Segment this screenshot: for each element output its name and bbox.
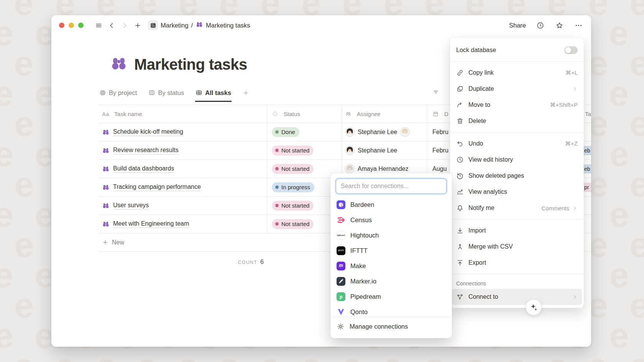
breadcrumb-parent[interactable]: Marketing: [161, 22, 188, 29]
menu-item-lock-database[interactable]: Lock database: [450, 42, 584, 58]
menu-item-connect-to[interactable]: Connect to: [452, 289, 582, 305]
status-label: Not started: [281, 221, 309, 227]
menu-item-undo[interactable]: Undo⌘+Z: [450, 136, 584, 152]
board-icon: [148, 89, 155, 96]
connections-list: BardeenCensushightouchHightouchIFTTTIFTT…: [330, 197, 452, 316]
status-pill[interactable]: In progress: [272, 182, 314, 192]
binoculars-icon: [102, 128, 110, 136]
sidebar-toggle-icon[interactable]: [94, 20, 104, 30]
status-pill[interactable]: Not started: [272, 201, 314, 211]
filter-icon[interactable]: [432, 88, 439, 97]
connection-item-bardeen[interactable]: Bardeen: [330, 197, 452, 212]
table-icon: [196, 89, 202, 96]
column-header-status[interactable]: Status: [267, 105, 342, 123]
menu-item-merge-with-csv[interactable]: Merge with CSV: [450, 239, 584, 255]
task-name[interactable]: Schedule kick-off meeting: [113, 128, 183, 136]
connection-item-qonto[interactable]: Qonto: [330, 304, 452, 316]
connections-search-input[interactable]: [336, 179, 447, 194]
assignee-name: Stephanie Lee: [358, 147, 397, 154]
move-icon: [456, 101, 464, 109]
page-binoculars-icon[interactable]: [110, 54, 128, 74]
status-cell[interactable]: Not started: [267, 160, 342, 178]
menu-item-view-analytics[interactable]: View analytics: [450, 184, 584, 200]
plus-icon: [102, 239, 108, 246]
lock-toggle[interactable]: [564, 46, 578, 54]
task-cell[interactable]: Build data dashboards: [99, 160, 267, 178]
menu-item-duplicate[interactable]: Duplicate: [450, 81, 584, 97]
menu-item-import[interactable]: Import: [450, 223, 584, 239]
status-pill[interactable]: Not started: [272, 219, 314, 229]
tab-all-tasks[interactable]: All tasks: [195, 85, 232, 102]
column-header-task-name[interactable]: AaTask name: [99, 105, 267, 123]
status-pill[interactable]: Done: [272, 127, 299, 137]
export-icon: [456, 259, 464, 267]
task-cell[interactable]: Review research results: [99, 141, 267, 159]
nav-forward-icon[interactable]: [120, 20, 130, 30]
menu-item-export[interactable]: Export: [450, 255, 584, 271]
connection-item-ifttt[interactable]: IFTTTIFTTT: [330, 243, 452, 258]
task-cell[interactable]: Schedule kick-off meeting: [99, 123, 267, 141]
task-name[interactable]: Meet with Engineering team: [113, 220, 189, 228]
calendar-icon: [432, 111, 439, 117]
date-value: Augu: [432, 165, 447, 172]
connection-name: Pipedream: [350, 293, 381, 300]
count-value[interactable]: 6: [260, 259, 264, 265]
task-name[interactable]: User surveys: [113, 202, 149, 210]
tab-by-project[interactable]: By project: [99, 85, 137, 102]
assignee-cell[interactable]: Stephanie Lee: [342, 123, 427, 141]
clock-history-icon[interactable]: [535, 20, 545, 30]
task-cell[interactable]: Meet with Engineering team: [99, 215, 267, 233]
new-page-icon[interactable]: [133, 20, 143, 30]
task-name[interactable]: Review research results: [113, 147, 179, 154]
status-dot: [275, 149, 279, 152]
more-options-icon[interactable]: [573, 20, 583, 30]
nav-back-icon[interactable]: [107, 20, 117, 30]
marketing-page-icon[interactable]: [148, 20, 158, 30]
task-cell[interactable]: User surveys: [99, 197, 267, 215]
tab-label: By project: [109, 89, 137, 97]
status-dot: [275, 185, 279, 189]
status-label: Not started: [281, 147, 309, 154]
status-cell[interactable]: Done: [267, 123, 342, 141]
connection-item-make[interactable]: mMake: [330, 258, 452, 274]
menu-item-show-deleted-pages[interactable]: Show deleted pages: [450, 168, 584, 184]
connection-item-marker-io[interactable]: Marker.io: [330, 274, 452, 289]
connection-name: Hightouch: [350, 232, 379, 239]
status-label: In progress: [281, 184, 310, 190]
connection-item-hightouch[interactable]: hightouchHightouch: [330, 228, 452, 243]
connection-item-pipedream[interactable]: pPipedream: [330, 289, 452, 304]
status-cell[interactable]: Not started: [267, 141, 342, 159]
zoom-window-button[interactable]: [78, 23, 84, 28]
menu-item-notify-me[interactable]: Notify meComments: [450, 200, 584, 216]
column-header-assignee[interactable]: Assignee: [342, 105, 427, 123]
tab-label: All tasks: [205, 89, 231, 97]
task-name[interactable]: Build data dashboards: [113, 165, 174, 173]
menu-item-delete[interactable]: Delete: [450, 113, 584, 129]
page-title: Marketing tasks: [134, 56, 247, 73]
breadcrumb-current[interactable]: Marketing tasks: [206, 22, 250, 29]
add-view-button[interactable]: [242, 85, 250, 102]
favorite-star-icon[interactable]: [554, 20, 564, 30]
avatar: [400, 127, 410, 137]
manage-connections-button[interactable]: Manage connections: [330, 318, 452, 335]
tab-by-status[interactable]: By status: [148, 85, 184, 102]
task-cell[interactable]: Tracking campaign performance: [99, 178, 267, 196]
connection-item-census[interactable]: Census: [330, 212, 452, 228]
binoculars-icon: [102, 147, 110, 154]
database-options-menu: Lock databaseCopy link⌘+LDuplicateMove t…: [450, 38, 584, 308]
avatar: [345, 146, 355, 155]
divider: [330, 316, 452, 317]
share-button[interactable]: Share: [509, 22, 526, 29]
minimize-window-button[interactable]: [69, 23, 74, 28]
menu-item-move-to[interactable]: Move to⌘+Shift+P: [450, 97, 584, 113]
task-name[interactable]: Tracking campaign performance: [113, 183, 201, 191]
status-dot: [275, 167, 279, 170]
ai-sparkle-button[interactable]: [526, 299, 542, 315]
menu-item-copy-link[interactable]: Copy link⌘+L: [450, 65, 584, 81]
menu-item-label: Move to: [468, 102, 545, 108]
close-window-button[interactable]: [59, 23, 64, 28]
menu-item-view-edit-history[interactable]: View edit history: [450, 152, 584, 168]
status-pill[interactable]: Not started: [272, 146, 314, 156]
status-pill[interactable]: Not started: [272, 164, 314, 174]
assignee-cell[interactable]: Stephanie Lee: [342, 141, 427, 159]
